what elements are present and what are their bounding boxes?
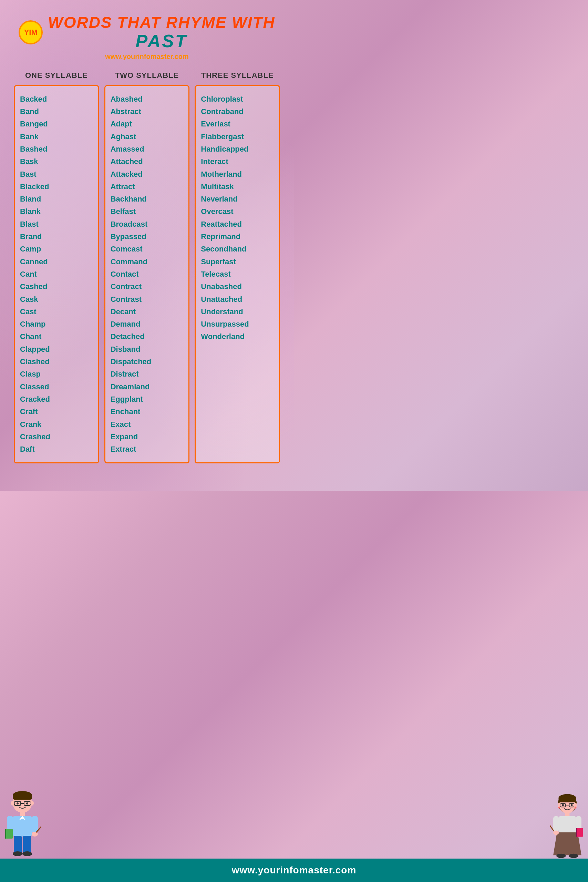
three-syllable-column: ChloroplastContrabandEverlastFlabbergast… bbox=[195, 85, 280, 464]
word-item: Dreamland bbox=[111, 381, 184, 393]
word-item: Bask bbox=[20, 155, 93, 168]
word-item: Cant bbox=[20, 268, 93, 280]
word-item: Enchant bbox=[111, 405, 184, 418]
word-item: Overcast bbox=[201, 206, 274, 218]
col-header-three: THREE SYLLABLE bbox=[195, 71, 280, 80]
word-item: Abstract bbox=[111, 105, 184, 118]
main-title: WORDS THAT RHYME WITH PAST bbox=[48, 14, 275, 51]
word-item: Contract bbox=[111, 280, 184, 293]
word-item: Unabashed bbox=[201, 280, 274, 293]
word-item: Adapt bbox=[111, 118, 184, 130]
word-item: Flabbergast bbox=[201, 130, 274, 143]
word-item: Craft bbox=[20, 405, 93, 418]
word-item: Canned bbox=[20, 256, 93, 268]
word-item: Interact bbox=[201, 155, 274, 168]
header: YIM WORDS THAT RHYME WITH PAST www.youri… bbox=[10, 7, 284, 64]
word-item: Banged bbox=[20, 118, 93, 130]
word-item: Chant bbox=[20, 330, 93, 343]
word-item: Everlast bbox=[201, 118, 274, 130]
title-line2: PAST bbox=[48, 32, 275, 51]
word-item: Cask bbox=[20, 293, 93, 306]
word-item: Aghast bbox=[111, 130, 184, 143]
word-item: Contraband bbox=[201, 105, 274, 118]
word-item: Superfast bbox=[201, 256, 274, 268]
word-item: Cracked bbox=[20, 393, 93, 405]
word-item: Camp bbox=[20, 243, 93, 255]
word-item: Comcast bbox=[111, 243, 184, 255]
word-item: Unattached bbox=[201, 293, 274, 306]
word-item: Reattached bbox=[201, 218, 274, 231]
word-item: Telecast bbox=[201, 268, 274, 280]
word-item: Decant bbox=[111, 306, 184, 318]
word-item: Multitask bbox=[201, 180, 274, 193]
word-item: Handicapped bbox=[201, 143, 274, 155]
col-header-two: TWO SYLLABLE bbox=[104, 71, 190, 80]
word-item: Exact bbox=[111, 418, 184, 430]
word-item: Attract bbox=[111, 180, 184, 193]
word-item: Cast bbox=[20, 306, 93, 318]
word-item: Disband bbox=[111, 343, 184, 356]
column-headers: ONE SYLLABLE TWO SYLLABLE THREE SYLLABLE bbox=[10, 71, 284, 80]
word-item: Cashed bbox=[20, 280, 93, 293]
word-item: Bypassed bbox=[111, 231, 184, 243]
word-item: Clasp bbox=[20, 368, 93, 380]
word-item: Crashed bbox=[20, 430, 93, 443]
word-item: Champ bbox=[20, 318, 93, 330]
word-item: Blank bbox=[20, 206, 93, 218]
one-syllable-column: BackedBandBangedBankBashedBaskBastBlacke… bbox=[14, 85, 99, 464]
word-item: Blast bbox=[20, 218, 93, 231]
word-item: Classed bbox=[20, 381, 93, 393]
word-item: Bland bbox=[20, 193, 93, 206]
word-item: Bank bbox=[20, 130, 93, 143]
word-item: Clashed bbox=[20, 356, 93, 368]
word-item: Abashed bbox=[111, 93, 184, 105]
word-item: Bashed bbox=[20, 143, 93, 155]
word-item: Broadcast bbox=[111, 218, 184, 231]
word-item: Brand bbox=[20, 231, 93, 243]
word-item: Backhand bbox=[111, 193, 184, 206]
word-item: Daft bbox=[20, 443, 93, 456]
word-item: Crank bbox=[20, 418, 93, 430]
word-item: Bast bbox=[20, 168, 93, 180]
word-item: Backed bbox=[20, 93, 93, 105]
word-item: Contact bbox=[111, 268, 184, 280]
word-item: Expand bbox=[111, 430, 184, 443]
word-item: Clapped bbox=[20, 343, 93, 356]
content-grid: BackedBandBangedBankBashedBaskBastBlacke… bbox=[10, 85, 284, 464]
word-item: Demand bbox=[111, 318, 184, 330]
word-item: Wonderland bbox=[201, 330, 274, 343]
logo: YIM bbox=[19, 20, 43, 45]
word-item: Extract bbox=[111, 443, 184, 456]
word-item: Attached bbox=[111, 155, 184, 168]
word-item: Secondhand bbox=[201, 243, 274, 255]
word-item: Unsurpassed bbox=[201, 318, 274, 330]
word-item: Reprimand bbox=[201, 231, 274, 243]
word-item: Band bbox=[20, 105, 93, 118]
word-item: Dispatched bbox=[111, 356, 184, 368]
word-item: Distract bbox=[111, 368, 184, 380]
word-item: Eggplant bbox=[111, 393, 184, 405]
word-item: Belfast bbox=[111, 206, 184, 218]
word-item: Amassed bbox=[111, 143, 184, 155]
word-item: Detached bbox=[111, 330, 184, 343]
title-line1: WORDS THAT RHYME WITH bbox=[48, 14, 275, 32]
col-header-one: ONE SYLLABLE bbox=[14, 71, 99, 80]
word-item: Attacked bbox=[111, 168, 184, 180]
word-item: Motherland bbox=[201, 168, 274, 180]
two-syllable-column: AbashedAbstractAdaptAghastAmassedAttache… bbox=[104, 85, 190, 464]
word-item: Contrast bbox=[111, 293, 184, 306]
word-item: Command bbox=[111, 256, 184, 268]
word-item: Chloroplast bbox=[201, 93, 274, 105]
word-item: Blacked bbox=[20, 180, 93, 193]
logo-text: YIM bbox=[24, 28, 38, 37]
website-url: www.yourinfomaster.com bbox=[105, 53, 189, 61]
word-item: Neverland bbox=[201, 193, 274, 206]
word-item: Understand bbox=[201, 306, 274, 318]
